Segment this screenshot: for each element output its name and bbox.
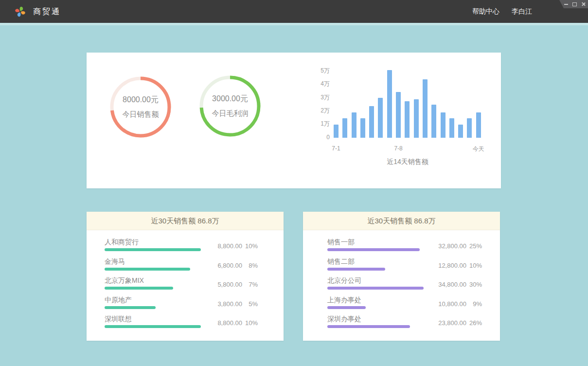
donut-center-text: 8000.00元 今日销售额 xyxy=(109,75,172,139)
today-profit-donut: 3000.00元 今日毛利润 xyxy=(198,74,262,138)
today-sales-value: 8000.00元 xyxy=(123,95,159,105)
rank-row: 深圳联想8,800.0010% xyxy=(87,314,284,333)
department-rank-card-title: 近30天销售额 86.8万 xyxy=(303,212,500,230)
rank-row-amount: 8,800.00 xyxy=(203,319,242,327)
help-center-link[interactable]: 帮助中心 xyxy=(472,7,499,16)
y-axis-tick: 0 xyxy=(315,134,330,141)
y-axis-tick: 5万 xyxy=(315,67,330,74)
bar xyxy=(431,105,436,138)
customer-rank-card-title: 近30天销售额 86.8万 xyxy=(87,212,284,230)
rank-row: 销售一部32,800.0025% xyxy=(303,237,500,256)
rank-row-bar xyxy=(327,248,420,251)
rank-row-label: 北京万象MIX xyxy=(105,276,144,285)
rank-row-label: 北京分公司 xyxy=(327,276,361,285)
y-axis-tick: 1万 xyxy=(315,120,330,127)
titlebar-accent-strip xyxy=(0,23,588,25)
x-axis-tick: 7-1 xyxy=(321,145,351,152)
rank-row-values: 34,800.0030% xyxy=(428,281,482,288)
sales-14day-bar-chart: 5万4万3万2万1万0 7-17-8今天 近14天销售额 xyxy=(315,65,495,169)
rank-row-values: 10,800.009% xyxy=(428,300,482,308)
bar xyxy=(414,99,419,138)
y-axis-tick: 4万 xyxy=(315,80,330,87)
app-title: 商贸通 xyxy=(33,7,61,17)
rank-row-amount: 10,800.00 xyxy=(428,300,466,308)
bar xyxy=(476,112,481,138)
bar xyxy=(387,70,392,138)
rank-row-bar xyxy=(105,306,156,309)
rank-row: 销售二部12,800.0010% xyxy=(303,256,500,276)
rank-row-amount: 3,800.00 xyxy=(203,300,242,308)
rank-row-label: 销售二部 xyxy=(327,257,355,266)
rank-row-bar xyxy=(327,287,424,290)
donut-center-text: 3000.00元 今日毛利润 xyxy=(198,74,262,138)
rank-row-values: 5,800.007% xyxy=(203,281,258,288)
rank-row-percent: 10% xyxy=(242,242,258,250)
rank-row: 北京分公司34,800.0030% xyxy=(303,275,500,295)
rank-row-percent: 9% xyxy=(466,300,482,308)
maximize-button[interactable] xyxy=(572,0,577,8)
rank-row-percent: 8% xyxy=(242,262,258,269)
app-logo-pinwheel-icon xyxy=(14,5,27,18)
bar-chart-title: 近14天销售额 xyxy=(359,158,456,166)
window-controls xyxy=(559,0,588,8)
rank-row-values: 3,800.005% xyxy=(203,300,258,308)
rank-row: 上海办事处10,800.009% xyxy=(303,295,500,314)
bar xyxy=(396,92,401,138)
y-axis-tick: 3万 xyxy=(315,94,330,101)
titlebar-menu: 帮助中心 李白江 xyxy=(472,0,532,23)
close-button[interactable] xyxy=(581,0,586,8)
bar xyxy=(360,118,365,138)
bar xyxy=(441,112,445,138)
rank-row-values: 8,800.0010% xyxy=(203,242,258,250)
rank-row-bar xyxy=(327,268,385,271)
rank-row-bar xyxy=(105,287,173,290)
x-axis-tick: 7-8 xyxy=(384,145,413,152)
rank-row-amount: 34,800.00 xyxy=(428,281,466,288)
bar-chart-bars xyxy=(334,67,481,138)
rank-row-percent: 30% xyxy=(466,281,482,288)
user-name-link[interactable]: 李白江 xyxy=(512,7,532,16)
customer-rank-rows: 人和商贸行8,800.0010%金海马6,800.008%北京万象MIX5,80… xyxy=(87,230,284,333)
rank-row-values: 23,800.0026% xyxy=(428,319,482,327)
rank-row-amount: 8,800.00 xyxy=(203,242,242,250)
bar xyxy=(369,106,374,138)
bar-chart-y-axis: 5万4万3万2万1万0 xyxy=(315,65,330,143)
rank-row-label: 中原地产 xyxy=(105,296,132,305)
rank-row-label: 深圳办事处 xyxy=(327,315,361,324)
rank-row-amount: 6,800.00 xyxy=(203,262,242,269)
rank-row-percent: 26% xyxy=(466,319,482,327)
rank-row: 北京万象MIX5,800.007% xyxy=(87,275,284,295)
rank-row-values: 6,800.008% xyxy=(203,262,258,269)
bar xyxy=(423,79,428,138)
department-sales-rank-card: 近30天销售额 86.8万 销售一部32,800.0025%销售二部12,800… xyxy=(303,212,500,341)
customer-sales-rank-card: 近30天销售额 86.8万 人和商贸行8,800.0010%金海马6,800.0… xyxy=(87,212,284,341)
department-rank-rows: 销售一部32,800.0025%销售二部12,800.0010%北京分公司34,… xyxy=(303,230,500,333)
minimize-button[interactable] xyxy=(563,0,569,8)
bar xyxy=(342,118,347,138)
rank-row-bar xyxy=(105,268,190,271)
rank-row-label: 销售一部 xyxy=(327,238,355,247)
today-profit-value: 3000.00元 xyxy=(212,94,248,104)
today-profit-label: 今日毛利润 xyxy=(212,109,249,118)
bar xyxy=(378,98,383,138)
rank-row-percent: 5% xyxy=(242,300,258,308)
minimize-icon xyxy=(564,4,568,5)
rank-row-percent: 10% xyxy=(242,319,258,327)
rank-row-values: 12,800.0010% xyxy=(428,262,482,269)
x-axis-tick: 今天 xyxy=(464,145,493,153)
kpi-panel: 8000.00元 今日销售额 30天最高：10,000.00元 3000.00元… xyxy=(87,53,501,188)
rank-row-bar xyxy=(327,325,410,328)
bar xyxy=(449,118,454,138)
bar xyxy=(405,101,410,138)
bar xyxy=(352,112,356,138)
rank-row-bar xyxy=(105,248,201,251)
rank-row-percent: 10% xyxy=(466,262,482,269)
today-sales-donut: 8000.00元 今日销售额 xyxy=(109,75,172,139)
maximize-icon xyxy=(572,2,577,6)
titlebar: 商贸通 帮助中心 李白江 xyxy=(0,0,588,23)
rank-row: 人和商贸行8,800.0010% xyxy=(87,237,284,256)
rank-row-values: 32,800.0025% xyxy=(428,242,482,250)
rank-row-label: 上海办事处 xyxy=(327,296,361,305)
rank-row: 金海马6,800.008% xyxy=(87,256,284,276)
rank-row-percent: 25% xyxy=(466,242,482,250)
